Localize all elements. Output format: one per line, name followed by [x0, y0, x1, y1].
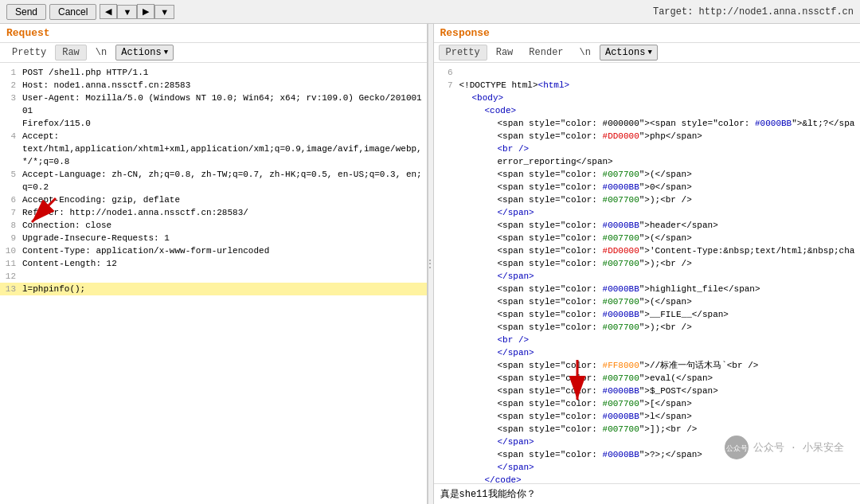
req-line-3: 3 User-Agent: Mozilla/5.0 (Windows NT 10…: [0, 92, 427, 117]
actions-arrow-resp: ▼: [647, 49, 651, 57]
nav-forward-button[interactable]: ▶: [137, 4, 154, 19]
nav-back-button[interactable]: ◀: [100, 4, 117, 19]
req-line-10: 10 Content-Type: application/x-www-form-…: [0, 244, 427, 257]
top-toolbar: Send Cancel ◀ ▼ ▶ ▼ Target: http://node1…: [0, 0, 860, 24]
req-line-4b: text/html,application/xhtml+xml,applicat…: [0, 143, 427, 168]
resp-line-s13: <span style="color: #007700">(</span>: [437, 295, 858, 308]
resp-line-s1: <span style="color: #000000"><span style…: [437, 117, 858, 130]
req-line-1: 1 POST /shell.php HTTP/1.1: [0, 66, 427, 79]
resp-line-endcode: </code>: [437, 474, 858, 483]
req-line-12: 12: [0, 270, 427, 283]
req-line-3b: Firefox/115.0: [0, 117, 427, 130]
tab-n-resp[interactable]: \n: [573, 45, 598, 61]
resp-line-br1: <br />: [437, 143, 858, 155]
req-line-11: 11 Content-Length: 12: [0, 257, 427, 270]
resp-line-s4: <span style="color: #0000BB">0</span>: [437, 181, 858, 193]
request-content[interactable]: 1 POST /shell.php HTTP/1.1 2 Host: node1…: [0, 63, 427, 504]
tab-n-req[interactable]: \n: [88, 45, 114, 61]
toolbar-left: Send Cancel ◀ ▼ ▶ ▼: [6, 4, 174, 20]
resp-line-s11: </span>: [437, 270, 858, 283]
resp-line-s8: <span style="color: #007700">(</span>: [437, 232, 858, 244]
resp-line-body: <body>: [437, 92, 858, 104]
response-tab-bar: Pretty Raw Render \n Actions ▼: [434, 43, 861, 63]
req-line-6: 6 Accept-Encoding: gzip, deflate: [0, 193, 427, 206]
req-line-13: 13 l=phpinfo();: [0, 283, 427, 295]
resp-line-7: 7 <!DOCTYPE html><html>: [437, 79, 858, 92]
send-button[interactable]: Send: [6, 4, 46, 20]
resp-line-br2: <br />: [437, 334, 858, 346]
request-header: Request: [0, 24, 427, 43]
resp-line-6: 6: [437, 66, 858, 79]
resp-line-s19: <span style="color: #0000BB">$_POST</spa…: [437, 385, 858, 397]
tab-pretty-req[interactable]: Pretty: [5, 45, 53, 61]
resp-line-s10: <span style="color: #007700">);<br />: [437, 257, 858, 270]
resp-line-s22: <span style="color: #007700">]);<br />: [437, 423, 858, 436]
tab-render-resp[interactable]: Render: [522, 45, 570, 61]
watermark-text: 公众号 · 小呆安全: [753, 440, 844, 455]
resp-line-s9: <span style="color: #DD0000">'Content-Ty…: [437, 244, 858, 257]
watermark: 公众号 公众号 · 小呆安全: [725, 436, 844, 459]
actions-arrow-req: ▼: [164, 49, 168, 57]
tab-raw-resp[interactable]: Raw: [489, 45, 521, 61]
nav-more-button[interactable]: ▼: [154, 5, 174, 19]
tab-pretty-resp[interactable]: Pretty: [439, 45, 487, 61]
resp-line-s14: <span style="color: #0000BB">__FILE__</s…: [437, 308, 858, 321]
resp-line-s25: </span>: [437, 461, 858, 474]
req-line-5: 5 Accept-Language: zh-CN, zh;q=0.8, zh-T…: [0, 168, 427, 193]
cancel-button[interactable]: Cancel: [49, 4, 96, 20]
resp-line-s17: <span style="color: #FF8000">//标准一句话木马`<…: [437, 359, 858, 372]
resp-line-s16: </span>: [437, 346, 858, 359]
req-line-8: 8 Connection: close: [0, 219, 427, 232]
request-tab-bar: Pretty Raw \n Actions ▼: [0, 43, 427, 63]
response-content[interactable]: 6 7 <!DOCTYPE html><html> <body>: [434, 63, 861, 483]
resp-line-s5: <span style="color: #007700">);<br />: [437, 193, 858, 206]
req-line-2: 2 Host: node1.anna.nssctf.cn:28583: [0, 79, 427, 92]
tab-raw-req[interactable]: Raw: [55, 45, 87, 61]
resp-line-errep: error_reporting</span>: [437, 155, 858, 168]
svg-text:公众号: 公众号: [725, 444, 747, 453]
target-info: Target: http://node1.anna.nssctf.cn: [653, 6, 854, 18]
actions-label-resp: Actions: [605, 47, 645, 58]
resp-line-s18: <span style="color: #007700">eval(</span…: [437, 372, 858, 385]
resize-handle[interactable]: ⋮: [428, 24, 434, 504]
req-line-7: 7 Referer: http://node1.anna.nssctf.cn:2…: [0, 206, 427, 219]
response-header: Response: [434, 24, 861, 43]
resp-line-s2: <span style="color: #DD0000">php</span>: [437, 130, 858, 143]
resp-line-s15: <span style="color: #007700">);<br />: [437, 321, 858, 334]
resp-line-s20: <span style="color: #007700">[</span>: [437, 397, 858, 410]
req-line-4: 4 Accept:: [0, 130, 427, 143]
nav-dropdown-button[interactable]: ▼: [117, 5, 137, 19]
main-layout: Request Pretty Raw \n Actions ▼ 1 POST /…: [0, 24, 860, 504]
actions-dropdown-resp[interactable]: Actions ▼: [600, 45, 658, 61]
req-line-9: 9 Upgrade-Insecure-Requests: 1: [0, 232, 427, 244]
actions-dropdown-req[interactable]: Actions ▼: [115, 45, 174, 61]
resp-line-s6: </span>: [437, 206, 858, 219]
resp-line-s21: <span style="color: #0000BB">l</span>: [437, 410, 858, 423]
response-bottom-text: 真是she11我能给你？: [434, 483, 861, 504]
resp-line-s3: <span style="color: #007700">(</span>: [437, 168, 858, 181]
resp-line-s7: <span style="color: #0000BB">header</spa…: [437, 219, 858, 232]
resp-line-s12: <span style="color: #0000BB">highlight_f…: [437, 283, 858, 295]
resp-line-code: <code>: [437, 104, 858, 117]
actions-label-req: Actions: [121, 47, 161, 58]
request-panel: Request Pretty Raw \n Actions ▼ 1 POST /…: [0, 24, 428, 504]
response-panel: Response Pretty Raw Render \n Actions ▼ …: [434, 24, 861, 504]
watermark-avatar: 公众号: [725, 436, 749, 459]
